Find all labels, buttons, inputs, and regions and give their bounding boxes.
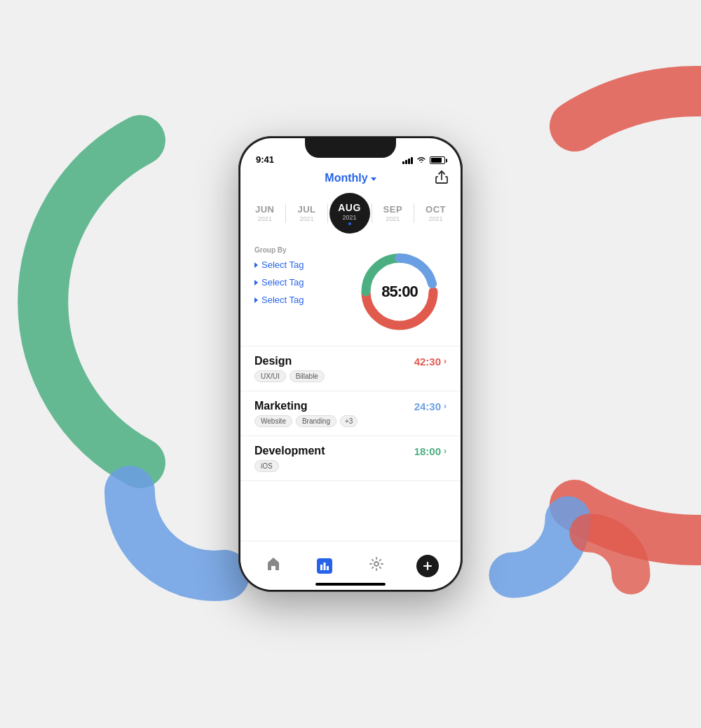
project-development-time: 18:00 › <box>414 445 447 457</box>
month-jun-year: 2021 <box>258 215 272 222</box>
select-tag-chevron-2 <box>254 280 258 285</box>
project-design-time-value: 42:30 <box>414 356 441 368</box>
month-divider-4 <box>414 203 414 223</box>
donut-center: 85:00 <box>381 283 417 301</box>
project-development-row: Development 18:00 › <box>254 445 447 457</box>
select-tag-text-2: Select Tag <box>261 277 304 288</box>
month-oct-year: 2021 <box>429 215 443 222</box>
status-icons <box>402 156 445 165</box>
chart-section: Group By Select Tag Select Tag Select Ta… <box>240 241 461 346</box>
project-marketing[interactable]: Marketing 24:30 › Website Branding +3 <box>240 391 461 436</box>
tab-reports[interactable] <box>309 551 340 581</box>
month-divider-3 <box>372 203 372 223</box>
month-jun[interactable]: JUN 2021 <box>245 200 285 227</box>
svg-rect-5 <box>327 566 329 570</box>
project-development-chevron: › <box>444 446 447 456</box>
select-tag-chevron-1 <box>254 262 258 268</box>
monthly-selector[interactable]: Monthly <box>325 172 376 184</box>
month-aug-name: AUG <box>338 202 361 213</box>
svg-rect-4 <box>324 562 326 570</box>
month-sep-name: SEP <box>383 204 403 215</box>
month-jul-name: JUL <box>297 204 315 215</box>
project-list: Design 42:30 › UX/UI Billable Marketin <box>240 346 461 541</box>
signal-icon <box>402 157 413 164</box>
project-design-row: Design 42:30 › <box>254 355 447 368</box>
month-oct-name: OCT <box>426 204 446 215</box>
status-time: 9:41 <box>256 154 274 165</box>
project-development-tags: iOS <box>254 460 447 472</box>
project-design-chevron: › <box>444 356 447 366</box>
share-button[interactable] <box>435 170 448 187</box>
tab-add[interactable] <box>412 551 443 581</box>
settings-icon <box>369 556 384 575</box>
add-icon <box>416 555 439 577</box>
project-marketing-time: 24:30 › <box>414 400 447 412</box>
donut-chart: 85:00 <box>354 246 445 337</box>
svg-point-6 <box>374 562 379 566</box>
select-tag-1[interactable]: Select Tag <box>254 259 346 270</box>
month-jul-year: 2021 <box>300 215 314 222</box>
svg-rect-3 <box>320 565 322 570</box>
month-divider-2 <box>327 203 328 223</box>
select-tag-text-3: Select Tag <box>261 295 304 305</box>
tag-uxui: UX/UI <box>254 370 286 382</box>
donut-total-time: 85:00 <box>381 283 417 300</box>
project-design[interactable]: Design 42:30 › UX/UI Billable <box>240 346 461 391</box>
month-divider-1 <box>285 203 286 223</box>
tab-home[interactable] <box>258 551 289 581</box>
phone-frame: 9:41 <box>238 136 463 592</box>
tag-billable: Billable <box>290 370 325 382</box>
month-aug[interactable]: AUG 2021 <box>329 193 370 234</box>
project-marketing-row: Marketing 24:30 › <box>254 400 447 412</box>
month-sep[interactable]: SEP 2021 <box>374 200 413 227</box>
project-design-time: 42:30 › <box>414 356 447 368</box>
donut-chart-container: 85:00 <box>353 246 447 337</box>
month-aug-year: 2021 <box>343 214 357 221</box>
project-marketing-tags: Website Branding +3 <box>254 415 447 427</box>
tag-branding: Branding <box>296 415 336 427</box>
month-active-dot <box>348 222 351 225</box>
project-design-name: Design <box>254 355 292 368</box>
project-marketing-time-value: 24:30 <box>414 400 441 412</box>
month-jul[interactable]: JUL 2021 <box>287 200 325 227</box>
project-development-name: Development <box>254 445 325 457</box>
group-by-panel: Group By Select Tag Select Tag Select Ta… <box>254 246 346 337</box>
reports-icon <box>317 558 332 574</box>
select-tag-text-1: Select Tag <box>261 259 304 270</box>
tag-website: Website <box>254 415 292 427</box>
month-sep-year: 2021 <box>386 215 400 222</box>
select-tag-chevron-3 <box>254 297 258 303</box>
select-tag-2[interactable]: Select Tag <box>254 277 346 288</box>
header: Monthly <box>240 169 461 190</box>
wifi-icon <box>416 156 426 165</box>
tab-settings[interactable] <box>361 551 392 581</box>
project-marketing-chevron: › <box>444 401 447 411</box>
notch <box>305 138 396 158</box>
tag-more: +3 <box>340 415 358 427</box>
battery-icon <box>430 156 445 164</box>
phone-wrapper: 9:41 <box>238 136 463 592</box>
monthly-label: Monthly <box>325 172 367 184</box>
phone-screen: 9:41 <box>240 138 461 590</box>
month-selector: JUN 2021 JUL 2021 AUG 2021 SEP 2021 <box>240 190 461 241</box>
month-oct[interactable]: OCT 2021 <box>416 200 456 227</box>
select-tag-3[interactable]: Select Tag <box>254 295 346 305</box>
home-bar <box>315 583 386 586</box>
chevron-down-icon <box>371 177 376 181</box>
home-icon <box>266 556 281 576</box>
project-development-time-value: 18:00 <box>414 445 441 457</box>
project-development[interactable]: Development 18:00 › iOS <box>240 436 461 481</box>
tag-ios: iOS <box>254 460 279 472</box>
month-jun-name: JUN <box>255 204 275 215</box>
project-design-tags: UX/UI Billable <box>254 370 447 382</box>
project-marketing-name: Marketing <box>254 400 308 412</box>
group-by-label: Group By <box>254 246 346 254</box>
